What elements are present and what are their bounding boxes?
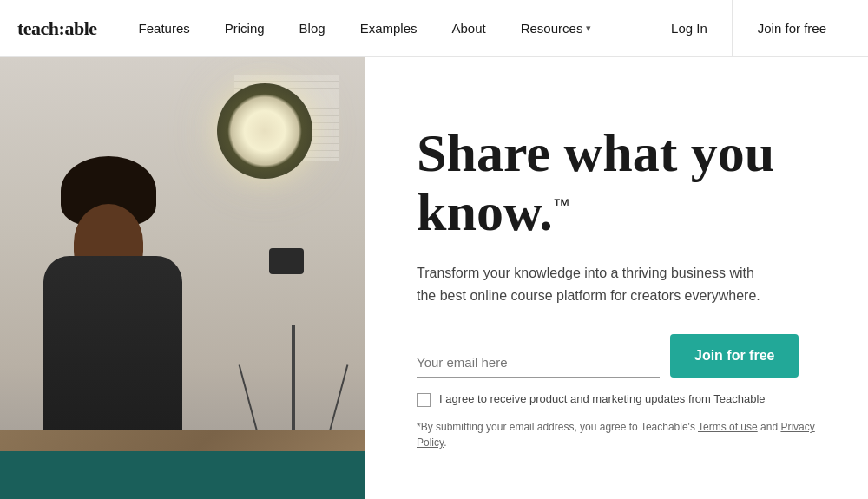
bottom-teal-bar: [0, 451, 365, 499]
trademark-symbol: ™: [553, 195, 570, 214]
join-button-nav[interactable]: Join for free: [733, 0, 851, 57]
navbar: teach:able Features Pricing Blog Example…: [0, 0, 868, 57]
terms-prefix: *By submitting your email address, you a…: [417, 421, 698, 433]
nav-item-about[interactable]: About: [437, 14, 499, 43]
terms-of-use-link[interactable]: Terms of use: [698, 421, 758, 433]
heading-line1: Share what you: [417, 123, 774, 182]
consent-label: I agree to receive product and marketing…: [439, 391, 766, 407]
hero-text-section: Share what you know.™ Transform your kno…: [365, 57, 868, 499]
consent-row: I agree to receive product and marketing…: [417, 391, 825, 407]
email-input-wrapper: [417, 348, 660, 378]
photo-scene: [0, 57, 365, 499]
hero-subtitle: Transform your knowledge into a thriving…: [417, 262, 764, 306]
hero-heading: Share what you know.™: [417, 123, 825, 241]
main-content: Share what you know.™ Transform your kno…: [0, 57, 868, 499]
join-wrapper: Join for free: [733, 0, 851, 57]
nav-item-examples[interactable]: Examples: [346, 14, 431, 43]
email-form: Join for free: [417, 334, 825, 378]
nav-item-features[interactable]: Features: [125, 14, 204, 43]
login-button[interactable]: Log In: [647, 0, 733, 57]
terms-conjunction: and: [758, 421, 781, 433]
terms-suffix: .: [444, 437, 446, 449]
consent-checkbox[interactable]: [417, 393, 431, 407]
nav-links: Features Pricing Blog Examples About Res…: [125, 14, 648, 43]
nav-item-resources[interactable]: Resources ▾: [507, 14, 606, 43]
hero-image: [0, 57, 365, 499]
resources-label: Resources: [521, 21, 583, 36]
ring-light: [217, 83, 312, 179]
nav-actions: Log In Join for free: [647, 0, 851, 57]
camera: [269, 248, 304, 274]
nav-item-pricing[interactable]: Pricing: [211, 14, 279, 43]
logo[interactable]: teach:able: [17, 17, 97, 40]
email-input[interactable]: [417, 348, 660, 378]
terms-text: *By submitting your email address, you a…: [417, 419, 825, 450]
heading-line2: know.: [417, 182, 553, 241]
chevron-down-icon: ▾: [586, 23, 591, 34]
nav-item-blog[interactable]: Blog: [286, 14, 339, 43]
join-button-hero[interactable]: Join for free: [670, 334, 799, 378]
